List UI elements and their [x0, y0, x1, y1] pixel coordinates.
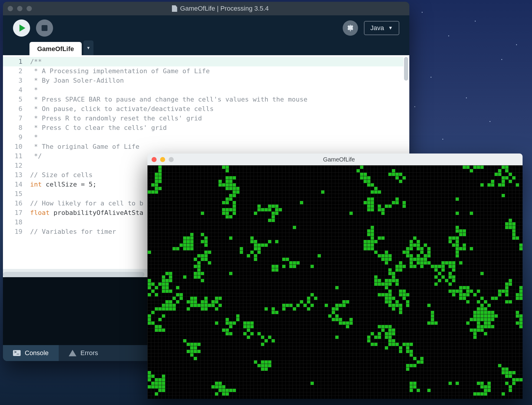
- stop-button[interactable]: [36, 19, 53, 37]
- ide-titlebar[interactable]: GameOfLife | Processing 3.5.4: [3, 2, 409, 15]
- sketch-title: GameOfLife: [160, 156, 518, 163]
- errors-tab-label: Errors: [81, 349, 98, 357]
- console-icon: [13, 350, 21, 356]
- zoom-window-button[interactable]: [27, 6, 32, 11]
- alive-cells-layer: [147, 165, 523, 399]
- sketch-canvas[interactable]: [147, 165, 523, 399]
- window-title: GameOfLife | Processing 3.5.4: [180, 5, 269, 12]
- play-icon: [19, 25, 25, 32]
- butterfly-icon: [346, 24, 355, 32]
- sketch-window: GameOfLife: [147, 153, 523, 399]
- ide-toolbar: Java ▼: [3, 15, 409, 40]
- line-number-gutter: 12345678910111213141516171819: [3, 55, 27, 269]
- console-tab-label: Console: [25, 349, 49, 357]
- hscroll-thumb[interactable]: [3, 272, 145, 277]
- tab-bar: GameOfLife ▼: [3, 40, 409, 55]
- editor-scrollbar-thumb[interactable]: [404, 57, 408, 81]
- tab-menu-button[interactable]: ▼: [83, 40, 93, 55]
- mode-label: Java: [370, 24, 384, 32]
- minimize-window-button[interactable]: [17, 6, 22, 11]
- chevron-down-icon: ▼: [388, 25, 393, 31]
- stop-icon: [42, 25, 47, 31]
- warning-icon: [69, 350, 76, 356]
- mode-dropdown[interactable]: Java ▼: [364, 21, 399, 35]
- console-tab[interactable]: Console: [3, 345, 59, 361]
- sketch-titlebar[interactable]: GameOfLife: [147, 153, 523, 165]
- sketch-tab-label: GameOfLife: [37, 45, 74, 53]
- sketch-close-button[interactable]: [152, 157, 157, 162]
- debug-button[interactable]: [343, 20, 358, 36]
- chevron-down-icon: ▼: [86, 45, 91, 50]
- close-window-button[interactable]: [8, 6, 13, 11]
- document-icon: [172, 5, 177, 12]
- errors-tab[interactable]: Errors: [59, 345, 108, 361]
- run-button[interactable]: [13, 19, 30, 37]
- sketch-tab[interactable]: GameOfLife: [29, 42, 82, 55]
- window-traffic-lights: [8, 6, 32, 11]
